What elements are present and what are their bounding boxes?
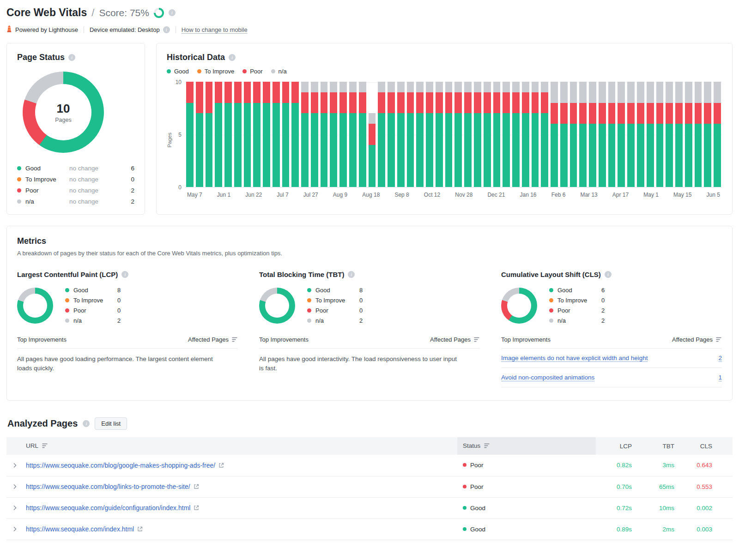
info-icon[interactable]: i [83,420,90,427]
row-expand-chevron[interactable] [6,476,20,497]
lcp-value-cell: 0.70s [596,476,638,497]
page-url-link[interactable]: https://www.seoquake.com/guide/configura… [26,504,190,512]
legend-value: 8 [117,287,121,294]
info-icon[interactable]: i [229,54,236,61]
info-icon[interactable]: i [121,271,128,278]
improvement-row: Image elements do not have explicit widt… [501,349,722,368]
legend-value: 2 [601,317,605,324]
change-to-mobile-link[interactable]: How to change to mobile [182,26,248,33]
url-column-header[interactable]: URL [20,437,457,455]
bar-segment-poor [627,103,635,124]
info-icon[interactable]: i [68,54,75,61]
bar-segment-good [397,113,405,187]
legend-item: Poorno change2 [17,187,134,194]
lcp-column-header[interactable]: LCP [596,437,638,455]
bar-segment-good [541,113,548,187]
bar-segment-na [599,82,606,103]
table-row[interactable]: https://www.seoquake.com/guide/configura… [6,497,733,518]
bar-segment-good [560,124,568,187]
x-tick-label: May 15 [673,192,691,198]
info-icon[interactable]: i [169,9,176,16]
legend-value: 0 [126,176,134,183]
bar-segment-poor [253,82,260,103]
y-tick-label: 5 [178,132,182,138]
affected-pages-sort[interactable]: Affected Pages [672,336,722,343]
metrics-title: Metrics [17,236,46,246]
legend-item: Good [167,68,189,75]
affected-pages-sort[interactable]: Affected Pages [430,336,480,343]
history-bar [234,82,242,187]
table-row[interactable]: https://www.seoquake.com/blog/links-to-p… [6,476,733,497]
tbt-value-cell: 65ms [638,476,681,497]
bar-segment-poor [339,92,347,114]
improvement-link[interactable]: Avoid non-composited animations [501,374,594,381]
page-url-link[interactable]: https://www.seoquake.com/index.html [26,525,134,533]
page-url-link[interactable]: https://www.seoquake.com/blog/links-to-p… [26,483,190,490]
bar-segment-good [656,124,664,187]
status-label: Good [470,505,485,512]
table-row[interactable]: https://www.seoquake.com/blog/google-mak… [6,455,733,476]
legend-value: 8 [359,287,363,294]
edit-list-button[interactable]: Edit list [95,417,127,430]
tbt-column-header[interactable]: TBT [638,437,681,455]
status-column-header[interactable]: Status [457,437,596,455]
bar-segment-good [407,113,414,187]
divider [84,26,84,33]
bar-segment-good [426,113,433,187]
bar-segment-na [397,82,405,92]
bar-segment-good [436,113,443,187]
history-bar [263,82,270,187]
row-expand-chevron[interactable] [6,455,20,476]
bar-segment-good [618,124,625,187]
row-expand-chevron[interactable] [6,518,20,540]
legend-change: no change [69,198,122,205]
cls-value-cell: 0.553 [681,476,733,497]
improvements-header: Top ImprovementsAffected Pages [259,336,480,349]
page-url-link[interactable]: https://www.seoquake.com/blog/google-mak… [26,462,215,469]
bar-segment-good [282,103,290,187]
bar-segment-na [627,82,635,103]
bar-segment-poor [196,82,203,113]
affected-pages-label: Affected Pages [430,336,471,343]
legend-dot [65,298,69,302]
cls-value-cell: 0.643 [681,455,733,476]
bar-segment-poor [321,92,328,114]
metric-donut-chart [259,288,295,324]
legend-dot [17,177,21,181]
info-icon[interactable]: i [605,271,612,278]
affected-count-link[interactable]: 1 [718,374,722,381]
legend-value: 0 [359,307,363,314]
donut-hole [265,294,289,318]
row-expand-chevron[interactable] [6,497,20,518]
bar-segment-poor [647,103,654,124]
legend-label: Poor [25,187,65,194]
bar-segment-na [349,82,357,92]
bar-segment-poor [206,82,213,113]
status-cell: Good [457,518,596,540]
url-cell: https://www.seoquake.com/index.html [20,518,457,540]
bar-segment-good [551,124,558,187]
x-tick-label: Mar 13 [580,192,597,198]
legend-change: no change [69,187,122,194]
bar-segment-poor [484,92,491,114]
bar-segment-na [704,82,711,103]
legend-item: Good8 [307,287,363,294]
table-row[interactable]: https://www.seoquake.com/index.htmlGood0… [6,518,733,540]
legend-dot [65,319,69,323]
bar-segment-na [339,82,347,92]
history-bar [493,82,501,187]
metric-title-row: Largest Contentful Paint (LCP)i [17,271,238,278]
bar-segment-na [637,82,644,103]
affected-pages-sort[interactable]: Affected Pages [188,336,238,343]
info-icon[interactable]: i [348,271,355,278]
cls-column-header[interactable]: CLS [681,437,733,455]
status-label: Good [470,526,485,533]
info-icon[interactable]: i [163,26,170,33]
metrics-grid: Largest Contentful Paint (LCP)iGood8To I… [17,271,722,387]
affected-count-link[interactable]: 2 [718,355,722,361]
bar-segment-poor [675,103,683,124]
metric-donut-chart [17,288,53,324]
history-bar [330,82,337,187]
improvement-link[interactable]: Image elements do not have explicit widt… [501,355,648,361]
bar-segment-poor [560,103,568,124]
